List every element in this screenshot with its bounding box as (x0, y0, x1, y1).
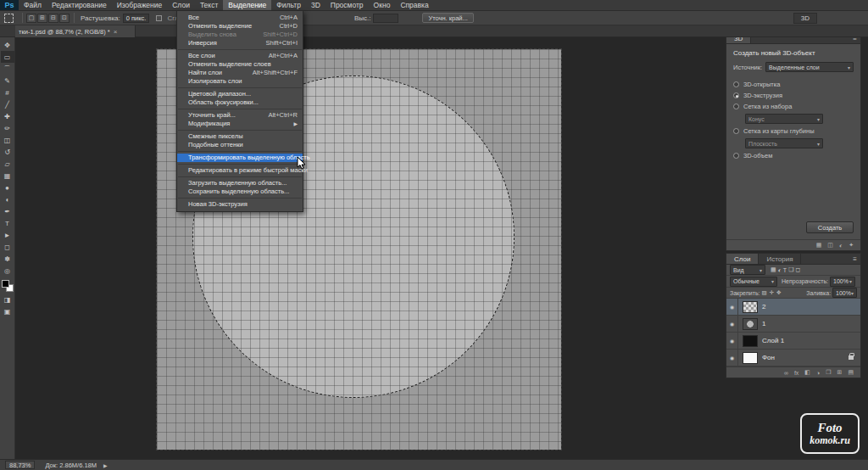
antialias-checkbox[interactable] (156, 15, 162, 21)
layer-row[interactable]: ◉ Слой 1 (726, 333, 860, 350)
layer-mask-icon[interactable]: ◧ (804, 369, 810, 376)
scene-icon[interactable]: ▦ (816, 242, 822, 249)
layer-thumbnail[interactable] (743, 301, 758, 313)
menu-item-deselect-layers[interactable]: Отменить выделение слоев (177, 60, 303, 69)
blend-mode-dropdown[interactable]: Обычные ▾ (730, 277, 777, 287)
feather-input[interactable]: 0 пикс. (123, 14, 150, 23)
new-selection-icon[interactable]: ▢ (26, 14, 36, 23)
radio-icon[interactable] (733, 128, 739, 134)
menu-item-find-layers[interactable]: Найти слоиAlt+Shift+Ctrl+F (177, 69, 303, 77)
close-icon[interactable]: × (114, 28, 118, 36)
crop-tool[interactable]: # (1, 87, 14, 98)
menu-item-similar[interactable]: Подобные оттенки (177, 141, 303, 149)
layer-group-icon[interactable]: ❐ (826, 369, 831, 376)
menu-item-deselect[interactable]: Отменить выделениеCtrl+D (177, 22, 303, 31)
menu-view[interactable]: Просмотр (326, 0, 369, 10)
blur-tool[interactable]: ● (1, 182, 14, 193)
healing-brush-tool[interactable]: ✚ (1, 110, 14, 122)
menu-item-color-range[interactable]: Цветовой диапазон... (177, 90, 303, 98)
filter-type-icon[interactable]: T (783, 267, 787, 273)
subtract-from-selection-icon[interactable]: ⊟ (48, 14, 58, 23)
radio-icon[interactable] (733, 104, 739, 109)
tab-history[interactable]: История (759, 254, 801, 264)
workspace-switcher[interactable]: 3D (793, 13, 817, 24)
brush-tool[interactable]: ✏ (1, 122, 14, 134)
menu-item-new-3d-extrusion[interactable]: Новая 3D-экструзия (177, 200, 303, 209)
source-dropdown[interactable]: Выделенные слои ▾ (765, 62, 854, 72)
pen-tool[interactable]: ✒ (1, 205, 14, 217)
visibility-eye-icon[interactable]: ◉ (726, 299, 738, 315)
tab-layers[interactable]: Слои (726, 254, 759, 264)
menu-layers[interactable]: Слои (167, 0, 195, 10)
option-3d-volume[interactable]: 3D-объем (726, 150, 860, 161)
delete-layer-icon[interactable]: ▤ (848, 369, 854, 376)
option-3d-extrusion[interactable]: 3D-экструзия (726, 90, 860, 101)
menu-item-inverse[interactable]: ИнверсияShift+Ctrl+I (177, 39, 303, 48)
create-button[interactable]: Создать (806, 221, 854, 233)
menu-item-load-selection[interactable]: Загрузить выделенную область... (177, 179, 303, 187)
menu-item-focus-area[interactable]: Область фокусировки... (177, 98, 303, 107)
lock-transparent-icon[interactable]: ▨ (761, 289, 766, 296)
radio-icon[interactable] (733, 153, 739, 159)
lights-icon[interactable]: ✦ (849, 242, 854, 249)
quick-selection-tool[interactable]: ✎ (1, 75, 14, 87)
menu-item-all-layers[interactable]: Все слоиAlt+Ctrl+A (177, 52, 303, 60)
menu-file[interactable]: Файл (19, 0, 47, 10)
photoshop-logo[interactable]: Ps (0, 0, 19, 10)
fill-dropdown[interactable]: 100% ▾ (832, 288, 857, 298)
dodge-tool[interactable]: ◖ (1, 193, 14, 205)
menu-select[interactable]: Выделение (223, 0, 271, 10)
opacity-dropdown[interactable]: 100% ▾ (830, 277, 855, 287)
status-arrow-icon[interactable]: ▶ (103, 462, 108, 468)
depth-map-dropdown[interactable]: Плоскость ▾ (745, 138, 823, 148)
filter-pixel-icon[interactable]: ▦ (771, 266, 776, 273)
document-tab[interactable]: тки-1.psd @ 88,7% (2, RGB/8) * × (15, 25, 136, 37)
color-swatches[interactable] (2, 280, 14, 292)
foreground-color-swatch[interactable] (2, 280, 9, 288)
menu-help[interactable]: Справка (395, 0, 433, 10)
screen-mode-button[interactable]: ▣ (1, 305, 14, 317)
refine-edge-button[interactable]: Уточн. край... (422, 13, 473, 23)
menu-image[interactable]: Изображение (112, 0, 168, 10)
option-depth-map[interactable]: Сетка из карты глубины (726, 126, 860, 137)
path-selection-tool[interactable]: ► (1, 229, 14, 241)
filter-shape-icon[interactable]: ❏ (788, 266, 793, 273)
visibility-eye-icon[interactable]: ◉ (726, 316, 738, 332)
menu-item-transform-selection[interactable]: Трансформировать выделенную область (177, 154, 303, 162)
layer-thumbnail[interactable] (743, 318, 758, 330)
zoom-tool[interactable]: ◎ (1, 265, 14, 277)
menu-item-select-all[interactable]: ВсеCtrl+A (177, 14, 303, 22)
option-3d-postcard[interactable]: 3D-открытка (726, 79, 860, 90)
type-tool[interactable]: T (1, 217, 14, 229)
adjustment-layer-icon[interactable]: ◑ (816, 370, 820, 376)
visibility-eye-icon[interactable]: ◉ (726, 333, 738, 349)
rectangular-marquee-tool[interactable]: ▭ (1, 51, 14, 63)
panel-menu-icon[interactable]: ≡ (849, 254, 860, 264)
meshes-icon[interactable]: ◫ (827, 242, 833, 249)
filter-adjustment-icon[interactable]: ◐ (778, 267, 782, 273)
menu-edit[interactable]: Редактирование (47, 0, 112, 10)
new-layer-icon[interactable]: ⊞ (837, 369, 843, 376)
link-layers-icon[interactable]: ∞ (784, 370, 788, 376)
layer-row-background[interactable]: ◉ Фон (726, 350, 860, 366)
lasso-tool[interactable]: ⌒ (1, 63, 14, 75)
eraser-tool[interactable]: ▱ (1, 158, 14, 170)
menu-3d[interactable]: 3D (306, 0, 326, 10)
eyedropper-tool[interactable]: ╱ (1, 98, 14, 110)
layer-thumbnail[interactable] (743, 335, 758, 347)
radio-icon[interactable] (733, 92, 739, 98)
filter-type-dropdown[interactable]: Вид ▾ (730, 265, 765, 275)
menu-type[interactable]: Текст (195, 0, 223, 10)
move-tool[interactable]: ✥ (1, 39, 14, 51)
menu-item-grow[interactable]: Смежные пикселы (177, 132, 303, 141)
option-mesh-preset[interactable]: Сетка из набора (726, 101, 860, 112)
gradient-tool[interactable]: ▦ (1, 170, 14, 182)
lock-position-icon[interactable]: ✛ (770, 289, 774, 296)
layer-row[interactable]: ◉ 1 (726, 316, 860, 333)
menu-window[interactable]: Окно (369, 0, 396, 10)
history-brush-tool[interactable]: ↺ (1, 146, 14, 158)
quick-mask-button[interactable]: ◨ (1, 294, 14, 305)
mesh-preset-dropdown[interactable]: Конус ▾ (745, 114, 823, 124)
filter-smart-object-icon[interactable]: ◻ (795, 266, 800, 273)
materials-icon[interactable]: ◐ (839, 243, 843, 249)
